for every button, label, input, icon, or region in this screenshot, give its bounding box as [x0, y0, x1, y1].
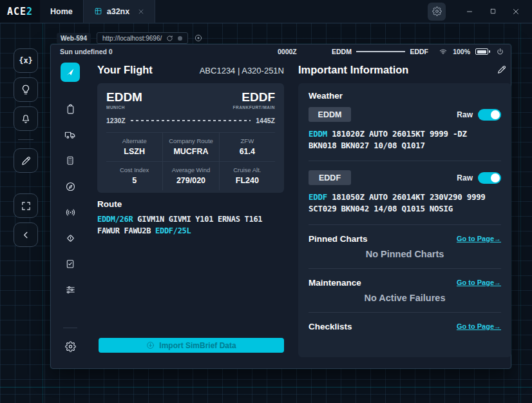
nav-ground[interactable] [59, 122, 82, 148]
truck-icon [64, 129, 76, 141]
station-button-eddf[interactable]: EDDF [309, 170, 351, 185]
calculator-icon [65, 155, 75, 166]
tab-home[interactable]: Home [40, 0, 83, 23]
grid-guide-horizontal [0, 387, 532, 388]
info-cell-average-wind: Average Wind 279/020 [162, 161, 218, 190]
sim-grid-icon [94, 7, 102, 15]
route-departure: EDDM/26R [97, 215, 133, 224]
route-string: EDDM/26R GIVM1N GIVMI Y101 ERNAS T161 FA… [97, 213, 285, 237]
ideas-button[interactable] [14, 77, 38, 102]
minimize-icon [466, 8, 473, 15]
tab-a32nx[interactable]: a32nx [83, 0, 155, 23]
import-simbrief-button[interactable]: Import SimBrief Data [99, 338, 284, 353]
bell-icon [20, 113, 32, 124]
maximize-button[interactable] [484, 3, 501, 20]
info-value: MUCFRA [166, 147, 216, 156]
close-button[interactable] [508, 3, 524, 20]
info-label: Cruise Alt. [222, 166, 272, 173]
variables-icon: {x} [19, 56, 33, 65]
destination-city: FRANKFURT/MAIN [233, 105, 276, 110]
raw-toggle[interactable] [478, 109, 501, 121]
wifi-icon [439, 48, 448, 55]
nav-navigation[interactable] [59, 173, 82, 199]
address-bar[interactable]: http://localhost:9696/ [97, 32, 188, 44]
origin-block: EDDM MUNICH [106, 91, 142, 110]
variables-button[interactable]: {x} [14, 48, 38, 73]
arrival-time: 1445Z [256, 117, 275, 124]
close-icon [512, 8, 520, 15]
capture-button[interactable] [194, 34, 203, 43]
flybywire-logo-icon [65, 67, 75, 77]
download-circle-icon [146, 341, 155, 349]
chevron-left-icon [21, 230, 32, 241]
raw-label: Raw [457, 173, 473, 182]
pinned-charts-empty: No Pinned Charts [309, 249, 501, 259]
nav-dashboard[interactable] [59, 96, 82, 122]
maintenance-link[interactable]: Go to Page→ [457, 279, 501, 286]
info-value: 279/020 [166, 176, 216, 185]
efb-statusbar: Sun undefined 0 0000Z EDDM EDDF 100% [51, 44, 511, 59]
metar-station-code: EDDM [309, 129, 327, 139]
nav-failures[interactable] [59, 225, 82, 251]
info-cell-cruise-alt: Cruise Alt. FL240 [219, 161, 275, 190]
metar-eddm: EDDM 181020Z AUTO 26015KT 9999 -DZ BKN01… [309, 128, 488, 152]
raw-toggle-group: Raw [457, 109, 501, 121]
divider [309, 312, 501, 313]
info-label: Average Wind [166, 166, 216, 173]
flight-number-aircraft: ABC1234 | A320-251N [97, 66, 284, 75]
minimize-button[interactable] [461, 3, 478, 20]
reload-icon[interactable] [166, 35, 173, 42]
route-label: Route [97, 199, 285, 209]
nav-performance[interactable] [59, 148, 82, 173]
edit-button[interactable] [14, 148, 38, 173]
pinned-charts-row: Pinned Charts Go to Page→ [309, 234, 501, 244]
notifications-button[interactable] [14, 106, 38, 131]
checklists-title: Checklists [309, 322, 352, 331]
power-icon[interactable] [496, 48, 504, 56]
route-arrival: EDDF/25L [155, 226, 191, 235]
info-value: FL240 [222, 176, 272, 185]
divider [309, 224, 501, 225]
tab-close-icon[interactable] [138, 8, 144, 15]
tab-a32nx-label: a32nx [107, 7, 129, 16]
metar-station-code: EDDF [309, 192, 327, 202]
url-text: http://localhost:9696/ [102, 35, 162, 42]
important-information-panel: Weather EDDM Raw EDDM 181020Z AUTO 26015… [298, 83, 511, 357]
checklists-row: Checklists Go to Page→ [309, 322, 501, 331]
departure-time: 1230Z [106, 117, 126, 124]
info-cell-company-route: Company Route MUCFRA [162, 133, 218, 161]
settings-button[interactable] [428, 3, 446, 21]
leg-destination: EDDF [410, 48, 428, 55]
browser-bar: Web-594 http://localhost:9696/ [57, 32, 203, 44]
station-button-eddm[interactable]: EDDM [309, 107, 351, 122]
raw-toggle[interactable] [478, 172, 501, 184]
info-cell-cost-index: Cost Index 5 [106, 161, 162, 190]
pinned-charts-link[interactable]: Go to Page→ [457, 235, 501, 242]
broadcast-icon [65, 207, 76, 218]
divider [309, 161, 501, 161]
nav-settings[interactable] [59, 333, 82, 359]
info-cell-alternate: Alternate LSZH [106, 133, 162, 161]
nav-checklists[interactable] [59, 251, 82, 277]
efb-sidebar [59, 63, 82, 359]
raw-label: Raw [457, 110, 473, 119]
collapse-button[interactable] [14, 222, 38, 247]
expand-icon [21, 201, 32, 211]
expand-button[interactable] [14, 193, 38, 218]
checklists-link[interactable]: Go to Page→ [457, 322, 501, 330]
flybywire-logo-button[interactable] [61, 63, 80, 82]
maintenance-empty: No Active Failures [309, 293, 501, 303]
gear-icon [432, 6, 442, 16]
info-label: Alternate [109, 137, 160, 144]
titlebar: ACE2 Home a32nx [0, 0, 532, 23]
weather-station-row: EDDF Raw [309, 170, 501, 185]
metar-text: 181050Z AUTO 26014KT 230V290 9999 SCT029… [309, 192, 486, 213]
edit-info-button[interactable] [497, 64, 507, 75]
statusbar-indicators: 100% [439, 48, 504, 56]
nav-atc[interactable] [59, 199, 82, 225]
logo-text: ACE [7, 6, 26, 17]
nav-presets[interactable] [59, 277, 82, 302]
titlebar-controls [428, 0, 532, 23]
leg-progress-line [356, 51, 405, 52]
status-dot [178, 36, 182, 41]
